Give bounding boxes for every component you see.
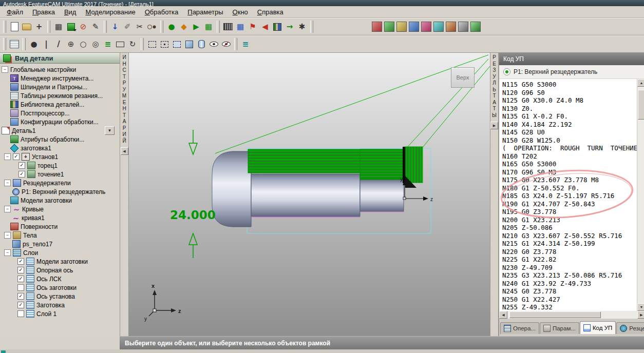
view-top-button[interactable]: Верх xyxy=(451,67,475,88)
tree-item-machining-config[interactable]: Конфигурации обработки... xyxy=(0,117,120,126)
sim-playback-icon[interactable] xyxy=(371,21,383,33)
menu-modeling[interactable]: Моделирование xyxy=(81,7,140,17)
toolbar-grip[interactable] xyxy=(3,21,6,33)
scroll-thumb[interactable] xyxy=(638,90,644,120)
sim-options-icon[interactable] xyxy=(457,21,469,33)
gear-settings-icon[interactable]: ✱ xyxy=(296,21,308,33)
tree-item-tool-manager[interactable]: Менеджер инструмента... xyxy=(0,74,120,83)
menu-view[interactable]: Вид xyxy=(60,7,81,17)
feature-point-icon[interactable]: ● xyxy=(165,21,178,33)
menu-file[interactable]: Файл xyxy=(2,7,28,17)
turret-selector-row[interactable]: P1: Верхний резцедержатель xyxy=(499,65,644,79)
expander[interactable]: − xyxy=(4,249,11,256)
toolbar-grip[interactable] xyxy=(160,21,163,33)
feature-diamond-icon[interactable]: ◆ xyxy=(178,21,190,33)
menu-window[interactable]: Окно xyxy=(228,7,253,17)
tree-item-layer-stock-models[interactable]: ✓Модели заготовки xyxy=(0,257,120,266)
tree-item-setup1[interactable]: −✓Установ1 xyxy=(0,152,120,161)
menu-options[interactable]: Параметры xyxy=(183,7,228,17)
books-library-icon[interactable] xyxy=(271,21,283,33)
section-lines-icon[interactable]: ≡ xyxy=(239,38,252,50)
part-selector-dropdown[interactable]: ▼ xyxy=(105,126,115,135)
layer-checkbox[interactable]: ✓ xyxy=(17,293,24,300)
scroll-thumb[interactable] xyxy=(509,311,601,318)
scroll-left-button[interactable]: ◀ xyxy=(499,311,507,319)
pattern-grid-icon[interactable]: ▦ xyxy=(202,21,215,33)
trim-scissors-icon[interactable]: ✂ xyxy=(134,21,146,33)
graphics-viewport[interactable]: 24.000 x z y y z Верх xyxy=(129,53,490,336)
open-document-icon[interactable] xyxy=(21,21,33,33)
center-mark-icon[interactable]: ⊕ xyxy=(65,38,77,50)
viewport-canvas[interactable]: 24.000 x z y y z xyxy=(129,53,490,336)
line-vertical-icon[interactable]: | xyxy=(40,38,52,50)
show-eye-icon[interactable] xyxy=(207,38,220,50)
tab-operations[interactable]: Опера... xyxy=(500,322,539,334)
snap-grid-icon[interactable] xyxy=(8,38,21,50)
sim-2d-icon[interactable] xyxy=(420,21,432,33)
expander[interactable]: − xyxy=(2,66,8,73)
tree-item-turret-p1[interactable]: P1: Верхний резцедержатель xyxy=(0,187,120,196)
nc-vertical-scrollbar[interactable]: ▲ ▼ xyxy=(637,79,644,311)
tree-item-surfaces[interactable]: Поверхности xyxy=(0,222,120,231)
layer-checkbox[interactable]: ✓ xyxy=(17,258,24,265)
results-expand-button[interactable]: ▶ xyxy=(490,122,498,129)
redraw-icon[interactable]: ↻ xyxy=(126,38,139,50)
toolbar-grip[interactable] xyxy=(23,38,26,50)
sim-machine-icon[interactable] xyxy=(408,21,420,33)
tree-item-curves[interactable]: −Кривые xyxy=(0,205,120,213)
film-strip-icon[interactable] xyxy=(222,21,234,33)
menu-help[interactable]: Справка xyxy=(253,7,288,17)
run-simulation-icon[interactable]: ▶ xyxy=(190,21,202,33)
expander[interactable]: − xyxy=(4,180,11,186)
solid-cube-icon[interactable] xyxy=(183,38,195,50)
grid-3d-icon[interactable]: ▦ xyxy=(234,21,247,33)
insert-down-icon[interactable]: ↓ xyxy=(109,21,121,33)
tree-item-parts-library[interactable]: Библиотека деталей... xyxy=(0,100,120,109)
tab-nc-code[interactable]: Код УП xyxy=(580,321,616,334)
expander[interactable]: − xyxy=(4,232,11,239)
tree-item-stock1[interactable]: заготовка1 xyxy=(0,144,120,152)
toolbar-grip[interactable] xyxy=(234,38,237,50)
tree-item-layer-setup-axis[interactable]: ✓Ось установа xyxy=(0,292,120,301)
scroll-up-button[interactable]: ▲ xyxy=(637,79,644,87)
visibility-checkbox[interactable]: ✓ xyxy=(18,171,25,178)
sketch-edit-icon[interactable]: ✎ xyxy=(89,21,102,33)
tree-item-postprocessor[interactable]: Постпроцессор... xyxy=(0,109,120,117)
move-part-icon[interactable]: + xyxy=(33,21,45,33)
nc-horizontal-scrollbar[interactable]: ◀ ▶ xyxy=(499,311,644,319)
tree-item-turning1[interactable]: ✓точение1 xyxy=(0,170,120,179)
export-arrow-icon[interactable]: → xyxy=(283,21,296,33)
rectangle-icon[interactable] xyxy=(114,38,126,50)
no-edit-icon[interactable]: ⊘ xyxy=(77,21,89,33)
expander[interactable]: − xyxy=(4,206,11,212)
toolbar-grip[interactable] xyxy=(141,38,144,50)
visibility-checkbox[interactable]: ✓ xyxy=(13,153,20,160)
tree-item-body17[interactable]: ps_тело17 xyxy=(0,240,120,248)
turret-radio[interactable] xyxy=(503,68,510,75)
select-solid-icon[interactable] xyxy=(171,38,183,50)
tree-item-layer-1[interactable]: Слой 1 xyxy=(0,309,120,318)
toolbar-grip[interactable] xyxy=(47,21,50,33)
visibility-checkbox[interactable]: ✓ xyxy=(18,162,25,169)
toolbar-grip[interactable] xyxy=(104,21,107,33)
hide-eye-icon[interactable] xyxy=(220,38,232,50)
tree-item-bodies[interactable]: −Тела xyxy=(0,231,120,240)
toolbar-grip[interactable] xyxy=(217,21,220,33)
tree-item-layer-stock-axis[interactable]: Ось заготовки xyxy=(0,283,120,292)
tree-item-layer-ref-axis[interactable]: ✓Опорная ось xyxy=(0,266,120,274)
tab-turrets[interactable]: Резцед... xyxy=(616,322,644,334)
menu-edit[interactable]: Правка xyxy=(28,7,60,17)
scroll-down-button[interactable]: ▼ xyxy=(637,303,644,311)
point-icon[interactable]: ● xyxy=(28,38,40,50)
layer-checkbox[interactable]: ✓ xyxy=(17,267,24,273)
tree-item-curve1[interactable]: кривая1 xyxy=(0,213,120,222)
step-back-icon[interactable]: ◀ xyxy=(259,21,271,33)
tree-item-facing1[interactable]: ✓торец1 xyxy=(0,161,120,170)
dimension-tool-icon[interactable]: ✐ xyxy=(121,21,134,33)
window-titlebar[interactable]: Autodesk FeatureCAM Ultimate 2017 (Точен… xyxy=(0,0,644,6)
race-flags-icon[interactable]: ⚑ xyxy=(247,21,259,33)
sim-tool-icon[interactable] xyxy=(395,21,408,33)
concentric-circle-icon[interactable]: ◎ xyxy=(89,38,102,50)
tree-item-layer-stock[interactable]: ✓Заготовка xyxy=(0,301,120,309)
results-table-icon[interactable]: ▦ xyxy=(52,21,65,33)
